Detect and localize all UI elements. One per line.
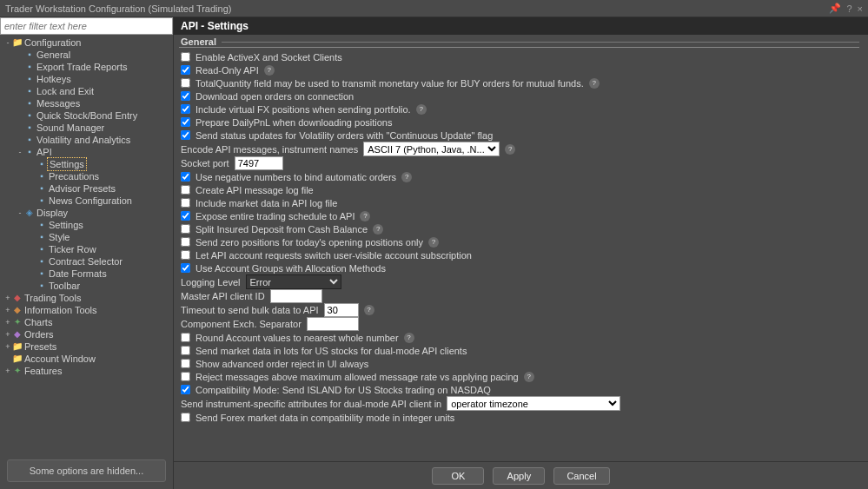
- setting-checkbox[interactable]: [181, 211, 190, 221]
- help-icon[interactable]: ?: [589, 78, 600, 89]
- setting-checkbox[interactable]: [181, 117, 190, 127]
- tree-item[interactable]: ▪Messages: [0, 97, 173, 109]
- setting-row: Let API account requests switch user-vis…: [179, 248, 859, 261]
- setting-input[interactable]: [324, 303, 359, 317]
- tree-item[interactable]: ▪Contract Selector: [0, 255, 173, 268]
- tree-item[interactable]: ▪Hotkeys: [0, 73, 173, 85]
- field-label: Socket port: [181, 158, 229, 169]
- setting-checkbox[interactable]: [181, 91, 190, 101]
- hidden-options-note[interactable]: Some options are hidden...: [7, 459, 166, 482]
- help-icon[interactable]: ?: [373, 224, 383, 235]
- setting-row: TotalQuantity field may be used to trans…: [179, 76, 859, 89]
- tree-item[interactable]: ▪News Configuration: [0, 195, 173, 207]
- tree-item[interactable]: -📁Configuration: [0, 36, 173, 49]
- help-icon[interactable]: ?: [524, 372, 534, 382]
- tree-item[interactable]: 📁Account Window: [0, 353, 173, 365]
- setting-checkbox[interactable]: [181, 172, 190, 182]
- setting-row: Timeout to send bulk data to API?: [179, 303, 859, 317]
- tree-item[interactable]: ▪Settings: [0, 158, 173, 170]
- setting-checkbox[interactable]: [181, 78, 190, 88]
- setting-checkbox[interactable]: [181, 104, 190, 114]
- help-icon[interactable]: ?: [401, 172, 412, 182]
- setting-row: Compatibility Mode: Send ISLAND for US S…: [179, 383, 859, 396]
- expand-icon[interactable]: +: [3, 292, 12, 304]
- setting-checkbox[interactable]: [181, 185, 190, 195]
- tree-item[interactable]: ▪Toolbar: [0, 280, 173, 292]
- setting-label: Let API account requests switch user-vis…: [195, 250, 472, 261]
- setting-input[interactable]: [270, 289, 322, 303]
- filter-input[interactable]: [0, 17, 173, 35]
- tree-item[interactable]: ▪Lock and Exit: [0, 85, 173, 97]
- tree-item[interactable]: ▪Settings: [0, 219, 173, 231]
- setting-checkbox[interactable]: [181, 333, 190, 342]
- expand-icon[interactable]: +: [3, 316, 12, 328]
- setting-checkbox[interactable]: [181, 413, 190, 422]
- setting-checkbox[interactable]: [181, 346, 190, 355]
- tree-item[interactable]: ▪Advisor Presets: [0, 182, 173, 195]
- help-icon[interactable]: ?: [428, 237, 439, 248]
- setting-label: Split Insured Deposit from Cash Balance: [195, 224, 368, 235]
- folder-icon: 📁: [12, 340, 23, 353]
- pin-icon[interactable]: 📌: [829, 3, 841, 14]
- setting-checkbox[interactable]: [181, 198, 190, 208]
- help-icon[interactable]: ?: [364, 305, 374, 315]
- setting-checkbox[interactable]: [181, 65, 190, 75]
- setting-checkbox[interactable]: [181, 372, 190, 381]
- help-icon[interactable]: ?: [360, 211, 370, 221]
- setting-checkbox[interactable]: [181, 130, 190, 140]
- setting-checkbox[interactable]: [181, 52, 190, 62]
- page-icon: ▪: [36, 158, 47, 170]
- tree-item[interactable]: +✦Features: [0, 365, 173, 377]
- apply-button[interactable]: Apply: [493, 467, 545, 485]
- page-icon: ▪: [36, 182, 47, 195]
- tree-item[interactable]: ▪Ticker Row: [0, 243, 173, 255]
- tree-item[interactable]: -◈Display: [0, 207, 173, 219]
- expand-icon[interactable]: +: [3, 365, 12, 377]
- tree-item-label: Export Trade Reports: [35, 61, 128, 73]
- setting-checkbox[interactable]: [181, 237, 190, 247]
- setting-checkbox[interactable]: [181, 224, 190, 234]
- expand-icon[interactable]: -: [16, 207, 24, 219]
- tree-item[interactable]: ▪Precautions: [0, 170, 173, 182]
- cancel-button[interactable]: Cancel: [553, 467, 609, 485]
- help-icon[interactable]: ?: [416, 104, 427, 115]
- expand-icon[interactable]: -: [3, 36, 12, 49]
- tree-item[interactable]: ▪General: [0, 49, 173, 61]
- setting-select[interactable]: ASCII 7 (Python, Java, .N...: [363, 142, 500, 156]
- tree-item[interactable]: +✦Charts: [0, 316, 173, 328]
- tree-item[interactable]: ▪Quick Stock/Bond Entry: [0, 109, 173, 122]
- tree-item[interactable]: ▪Volatility and Analytics: [0, 134, 173, 146]
- tree-item[interactable]: ▪Date Formats: [0, 268, 173, 280]
- expand-icon[interactable]: +: [3, 340, 12, 353]
- tree-item[interactable]: +📁Presets: [0, 340, 173, 353]
- help-icon[interactable]: ?: [404, 333, 414, 343]
- setting-input[interactable]: [307, 317, 359, 331]
- tree-item-label: Lock and Exit: [35, 85, 94, 97]
- setting-checkbox[interactable]: [181, 385, 190, 394]
- setting-checkbox[interactable]: [181, 359, 190, 368]
- setting-checkbox[interactable]: [181, 263, 190, 273]
- setting-input[interactable]: [235, 156, 283, 170]
- expand-icon[interactable]: +: [3, 304, 12, 316]
- help-icon[interactable]: ?: [505, 144, 515, 155]
- settings-scroll[interactable]: General Enable ActiveX and Socket Client…: [174, 35, 868, 461]
- setting-row: Expose entire trading schedule to API?: [179, 209, 859, 222]
- tree-item[interactable]: ▪Style: [0, 231, 173, 243]
- setting-checkbox[interactable]: [181, 250, 190, 260]
- tree-item[interactable]: +◆Orders: [0, 328, 173, 340]
- tree-item[interactable]: -▪API: [0, 146, 173, 158]
- expand-icon[interactable]: -: [16, 146, 24, 158]
- tree-item[interactable]: +◆Trading Tools: [0, 292, 173, 304]
- expand-icon[interactable]: +: [3, 328, 12, 340]
- setting-select[interactable]: operator timezone: [447, 396, 620, 411]
- setting-label: Include market data in API log file: [195, 198, 337, 208]
- tree-item[interactable]: +◆Information Tools: [0, 304, 173, 316]
- tree-item[interactable]: ▪Export Trade Reports: [0, 61, 173, 73]
- field-label: Timeout to send bulk data to API: [181, 305, 319, 315]
- tree-item[interactable]: ▪Sound Manager: [0, 122, 173, 134]
- setting-select[interactable]: Error: [246, 274, 341, 289]
- close-icon[interactable]: ×: [858, 3, 863, 14]
- help-icon[interactable]: ?: [264, 65, 275, 76]
- help-icon[interactable]: ?: [846, 3, 851, 14]
- ok-button[interactable]: OK: [432, 467, 484, 485]
